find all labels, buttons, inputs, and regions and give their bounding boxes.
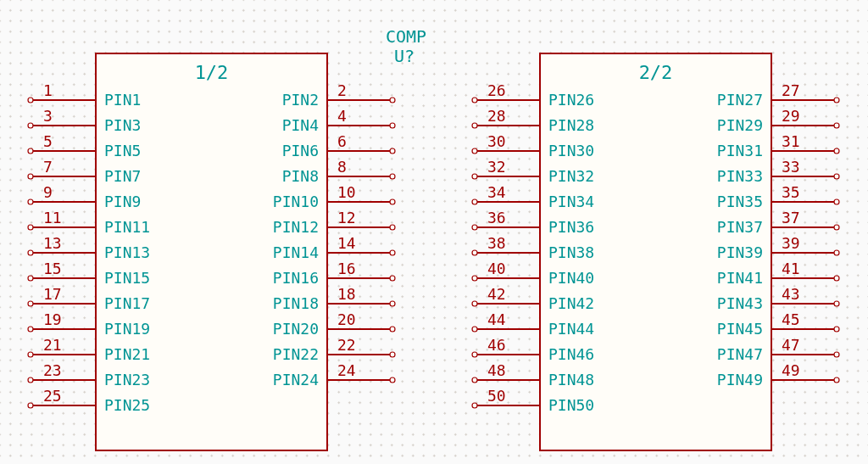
pin-name: PIN15 bbox=[104, 269, 150, 287]
pin-name: PIN34 bbox=[548, 193, 594, 210]
pin-number: 48 bbox=[487, 361, 506, 379]
pin-endpoint-icon bbox=[472, 301, 477, 306]
pin-endpoint-icon bbox=[472, 403, 477, 408]
unit-label: 1/2 bbox=[195, 62, 229, 83]
pin-name: PIN6 bbox=[282, 142, 319, 159]
pin-endpoint-icon bbox=[28, 301, 33, 306]
pin-endpoint-icon bbox=[28, 403, 33, 408]
pin-number: 5 bbox=[43, 132, 53, 150]
pin-endpoint-icon bbox=[28, 352, 33, 357]
pin-number: 44 bbox=[487, 310, 506, 328]
pin-endpoint-icon bbox=[472, 225, 477, 230]
pin-number: 19 bbox=[43, 310, 62, 328]
pin-number: 27 bbox=[782, 81, 800, 99]
pin-number: 46 bbox=[487, 336, 506, 354]
pin-name: PIN44 bbox=[548, 320, 594, 338]
pin-name: PIN43 bbox=[717, 294, 763, 312]
pin-endpoint-icon bbox=[28, 148, 33, 154]
pin-number: 50 bbox=[487, 387, 506, 405]
pin-name: PIN16 bbox=[273, 269, 319, 287]
pin-number: 38 bbox=[487, 234, 506, 252]
pin-endpoint-icon bbox=[834, 327, 839, 332]
pin-name: PIN26 bbox=[548, 91, 594, 109]
unit-1: 1/21PIN13PIN35PIN57PIN79PIN911PIN1113PIN… bbox=[28, 53, 395, 450]
pin-endpoint-icon bbox=[390, 148, 395, 154]
pin-number: 40 bbox=[487, 260, 506, 277]
pin-name: PIN36 bbox=[548, 218, 594, 236]
pin-name: PIN5 bbox=[104, 142, 141, 159]
pin-name: PIN31 bbox=[717, 142, 763, 159]
pin-name: PIN18 bbox=[273, 294, 319, 312]
schematic-canvas: COMP U? 1/21PIN13PIN35PIN57PIN79PIN911PI… bbox=[0, 0, 868, 464]
pin-number: 16 bbox=[337, 260, 356, 277]
pin-number: 41 bbox=[782, 260, 800, 277]
pin-number: 31 bbox=[782, 132, 800, 150]
pin-number: 39 bbox=[782, 234, 800, 252]
pin-name: PIN29 bbox=[717, 116, 763, 134]
pin-name: PIN41 bbox=[717, 269, 763, 287]
pin-number: 21 bbox=[43, 336, 62, 354]
pin-name: PIN35 bbox=[717, 193, 763, 210]
pin-name: PIN45 bbox=[717, 320, 763, 338]
pin-name: PIN24 bbox=[273, 371, 319, 389]
pin-name: PIN2 bbox=[282, 91, 319, 109]
pin-number: 43 bbox=[782, 285, 800, 303]
pin-endpoint-icon bbox=[390, 225, 395, 230]
pin-number: 20 bbox=[337, 310, 356, 328]
pin-endpoint-icon bbox=[28, 250, 33, 255]
pin-endpoint-icon bbox=[28, 174, 33, 179]
pin-name: PIN48 bbox=[548, 371, 594, 389]
pin-endpoint-icon bbox=[28, 199, 33, 204]
pin-number: 26 bbox=[487, 81, 506, 99]
pin-name: PIN42 bbox=[548, 294, 594, 312]
pin-name: PIN50 bbox=[548, 396, 594, 414]
pin-number: 15 bbox=[43, 260, 62, 277]
pin-number: 3 bbox=[43, 107, 53, 125]
pin-name: PIN3 bbox=[104, 116, 141, 134]
pin-number: 37 bbox=[782, 209, 800, 226]
pin-endpoint-icon bbox=[390, 98, 395, 103]
unit-label: 2/2 bbox=[639, 62, 673, 83]
pin-endpoint-icon bbox=[472, 148, 477, 154]
pin-name: PIN39 bbox=[717, 243, 763, 261]
pin-name: PIN47 bbox=[717, 345, 763, 363]
pin-endpoint-icon bbox=[472, 352, 477, 357]
pin-name: PIN8 bbox=[282, 167, 319, 185]
pin-name: PIN49 bbox=[717, 371, 763, 389]
pin-name: PIN19 bbox=[104, 320, 150, 338]
pin-endpoint-icon bbox=[834, 174, 839, 179]
component-reference: U? bbox=[394, 46, 415, 66]
pin-name: PIN23 bbox=[104, 371, 150, 389]
pin-endpoint-icon bbox=[390, 123, 395, 128]
pin-name: PIN27 bbox=[717, 91, 763, 109]
pin-endpoint-icon bbox=[28, 98, 33, 103]
pin-endpoint-icon bbox=[472, 377, 477, 383]
pin-number: 9 bbox=[43, 183, 53, 201]
pin-name: PIN22 bbox=[273, 345, 319, 363]
pin-name: PIN33 bbox=[717, 167, 763, 185]
pin-name: PIN32 bbox=[548, 167, 594, 185]
pin-number: 23 bbox=[43, 361, 62, 379]
component-name: COMP bbox=[386, 26, 426, 47]
pin-endpoint-icon bbox=[834, 250, 839, 255]
pin-name: PIN25 bbox=[104, 396, 150, 414]
pin-endpoint-icon bbox=[472, 199, 477, 204]
pin-number: 45 bbox=[782, 310, 800, 328]
pin-number: 29 bbox=[782, 107, 800, 125]
pin-endpoint-icon bbox=[834, 98, 839, 103]
pin-number: 34 bbox=[487, 183, 506, 201]
pin-number: 42 bbox=[487, 285, 506, 303]
pin-endpoint-icon bbox=[472, 250, 477, 255]
pin-endpoint-icon bbox=[834, 352, 839, 357]
pin-number: 7 bbox=[43, 158, 53, 176]
pin-endpoint-icon bbox=[390, 352, 395, 357]
pin-number: 32 bbox=[487, 158, 506, 176]
pin-endpoint-icon bbox=[390, 250, 395, 255]
pin-number: 17 bbox=[43, 285, 62, 303]
pin-name: PIN21 bbox=[104, 345, 150, 363]
pin-endpoint-icon bbox=[834, 123, 839, 128]
pin-name: PIN7 bbox=[104, 167, 141, 185]
pin-name: PIN37 bbox=[717, 218, 763, 236]
pin-number: 47 bbox=[782, 336, 800, 354]
pin-endpoint-icon bbox=[472, 123, 477, 128]
